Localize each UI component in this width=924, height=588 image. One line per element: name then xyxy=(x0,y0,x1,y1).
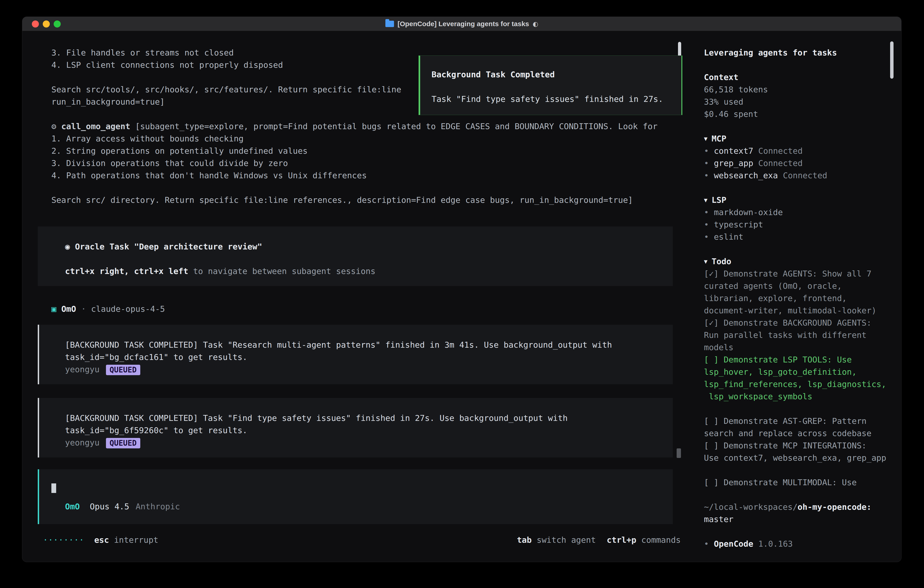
input-agent-name: OmO xyxy=(65,502,80,511)
todo-section: ▼Todo [✓] Demonstrate AGENTS: Show all 7… xyxy=(704,255,897,489)
tab-key-label: switch agent xyxy=(536,534,596,546)
folder-icon xyxy=(385,21,394,27)
toast-body: Task "Find type safety issues" finished … xyxy=(432,93,675,105)
oracle-task-title: ◉Oracle Task "Deep architecture review" xyxy=(51,241,664,253)
close-button[interactable] xyxy=(32,20,39,28)
opencode-window: [OpenCode] Leveraging agents for tasks ◐… xyxy=(22,17,901,562)
bullet-icon: • xyxy=(704,171,709,180)
mcp-item: •context7Connected xyxy=(704,145,897,157)
bullet-icon: • xyxy=(704,220,709,229)
esc-key-hint: esc xyxy=(94,534,109,546)
lsp-item: •markdown-oxide xyxy=(704,206,897,218)
spacer-line xyxy=(432,81,675,93)
window-title-text: [OpenCode] Leveraging agents for tasks xyxy=(398,20,529,28)
workspace-section: ~/local-workspaces/oh-my-opencode: maste… xyxy=(704,501,897,525)
background-task-message: [BACKGROUND TASK COMPLETED] Task "Resear… xyxy=(38,325,673,384)
mcp-section-header[interactable]: ▼MCP xyxy=(704,132,897,145)
agent-name: OmO xyxy=(61,304,76,314)
minimize-button[interactable] xyxy=(43,20,50,28)
ctrlp-key-hint: ctrl+p xyxy=(607,534,636,546)
chevron-down-icon: ▼ xyxy=(704,132,708,145)
terminal-line xyxy=(38,182,673,194)
agent-square-icon: ▣ xyxy=(51,304,56,314)
input-model-name: Opus 4.5 xyxy=(90,502,129,511)
message-meta: yeongyuQUEUED xyxy=(51,363,664,376)
mcp-item: •websearch_exaConnected xyxy=(704,169,897,182)
scrollbar-thumb[interactable] xyxy=(676,448,681,458)
traffic-lights xyxy=(32,17,61,31)
bullet-icon: • xyxy=(704,232,709,241)
background-task-message: [BACKGROUND TASK COMPLETED] Task "Find t… xyxy=(38,398,673,458)
mcp-item: •grep_appConnected xyxy=(704,157,897,169)
app-name: OpenCode xyxy=(714,539,753,548)
author-name: yeongyu xyxy=(65,438,100,447)
author-name: yeongyu xyxy=(65,365,100,374)
text-cursor xyxy=(51,483,56,493)
lsp-section-header[interactable]: ▼LSP xyxy=(704,194,897,206)
todo-item: [ ] Demonstrate MCP INTEGRATIONS: Use co… xyxy=(704,439,897,464)
tool-call-line: ⚙ call_omo_agent [subagent_type=explore,… xyxy=(38,120,673,132)
terminal-line: 1. Array access without bounds checking xyxy=(38,132,673,145)
todo-item: [ ] Demonstrate AST-GREP: Pattern search… xyxy=(704,415,897,439)
input-footer: OmOOpus 4.5Anthropic xyxy=(51,500,664,513)
scrollbar-thumb[interactable] xyxy=(678,42,681,57)
bullet-icon: • xyxy=(704,539,709,548)
agent-model: claude-opus-4-5 xyxy=(91,304,165,314)
context-spent: $0.46 spent xyxy=(704,108,897,120)
prompt-input[interactable]: OmOOpus 4.5Anthropic xyxy=(38,469,673,524)
oracle-hint: ctrl+x right, ctrl+x left to navigate be… xyxy=(51,265,664,277)
terminal-line: 2. String operations on potentially unde… xyxy=(38,145,673,157)
chevron-down-icon: ▼ xyxy=(704,255,708,268)
queued-badge: QUEUED xyxy=(106,438,140,448)
ctrlp-key-label: commands xyxy=(641,534,681,546)
message-line: task_id="bg_dcfac161" to get results. xyxy=(51,351,664,363)
separator-dot: · xyxy=(81,304,86,314)
terminal-flow: 3. File handles or streams not closed 4.… xyxy=(38,46,673,524)
window-title: [OpenCode] Leveraging agents for tasks ◐ xyxy=(385,20,538,28)
context-heading: Context xyxy=(704,71,897,83)
spacer-line xyxy=(51,253,664,265)
workspace-path: ~/local-workspaces/oh-my-opencode: xyxy=(704,501,897,513)
titlebar: [OpenCode] Leveraging agents for tasks ◐ xyxy=(22,17,901,31)
bullet-icon: • xyxy=(704,159,709,168)
todo-item: [✓] Demonstrate BACKGROUND AGENTS: Run p… xyxy=(704,317,897,353)
bullet-icon: • xyxy=(704,146,709,155)
oracle-hint-text: to navigate between subagent sessions xyxy=(188,266,376,276)
gear-icon: ⚙ xyxy=(51,122,56,131)
zoom-button[interactable] xyxy=(54,20,61,28)
sidebar: Leveraging agents for tasks Context 66,5… xyxy=(686,31,901,562)
lsp-item: •eslint xyxy=(704,231,897,243)
message-meta: yeongyuQUEUED xyxy=(51,436,664,449)
lsp-item: •typescript xyxy=(704,218,897,231)
chevron-down-icon: ▼ xyxy=(704,194,708,206)
message-line: [BACKGROUND TASK COMPLETED] Task "Find t… xyxy=(51,412,664,424)
toast-notification[interactable]: Background Task Completed Task "Find typ… xyxy=(419,56,682,115)
half-circle-icon: ◐ xyxy=(533,20,538,28)
tool-call-name: call_omo_agent xyxy=(61,122,130,131)
context-used: 33% used xyxy=(704,96,897,108)
todo-item-active: [ ] Demonstrate LSP TOOLS: Use lsp_hover… xyxy=(704,353,897,403)
agent-header: ▣OmO·claude-opus-4-5 xyxy=(38,303,673,315)
scrollbar-thumb[interactable] xyxy=(890,41,894,79)
version-line: •OpenCode1.0.163 xyxy=(704,538,897,550)
fisheye-icon: ◉ xyxy=(65,242,70,251)
terminal-line: 3. Division operations that could divide… xyxy=(38,157,673,169)
oracle-task-box[interactable]: ◉Oracle Task "Deep architecture review" … xyxy=(38,226,673,286)
terminal-line: Search src/ directory. Return specific f… xyxy=(38,194,673,206)
session-title: Leveraging agents for tasks xyxy=(704,46,897,59)
todo-section-header[interactable]: ▼Todo xyxy=(704,255,897,268)
version-section: •OpenCode1.0.163 xyxy=(704,538,897,550)
spinner-dots: ········ xyxy=(43,534,84,546)
todo-item: [ ] Demonstrate MULTIMODAL: Use xyxy=(704,476,897,489)
terminal-line: 4. Path operations that don't handle Win… xyxy=(38,169,673,182)
tool-call-args: [subagent_type=explore, prompt=Find pote… xyxy=(135,122,658,131)
input-provider-name: Anthropic xyxy=(135,502,180,511)
status-right: tab switch agent ctrl+p commands xyxy=(517,534,681,546)
lsp-section: ▼LSP •markdown-oxide •typescript •eslint xyxy=(704,194,897,243)
mcp-section: ▼MCP •context7Connected •grep_appConnect… xyxy=(704,132,897,182)
app-version: 1.0.163 xyxy=(758,539,793,548)
esc-key-label: interrupt xyxy=(114,534,158,546)
message-line: [BACKGROUND TASK COMPLETED] Task "Resear… xyxy=(51,339,664,351)
tab-key-hint: tab xyxy=(517,534,531,546)
todo-item: [✓] Demonstrate AGENTS: Show all 7 curat… xyxy=(704,268,897,317)
